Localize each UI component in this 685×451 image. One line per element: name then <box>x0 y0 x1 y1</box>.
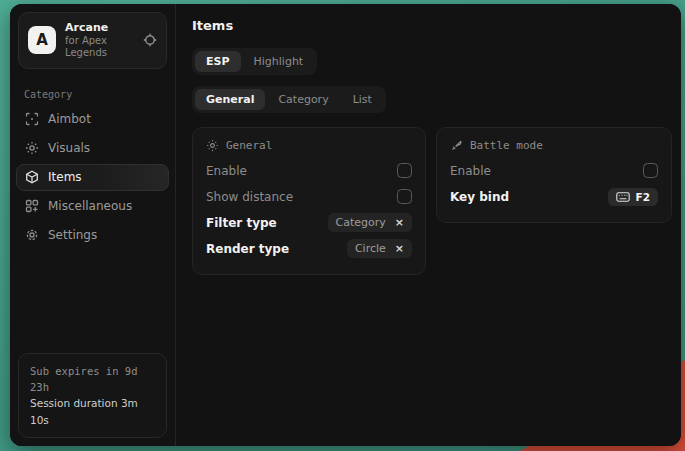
misc-grid-icon <box>25 199 39 213</box>
clear-x-icon[interactable]: × <box>395 217 404 228</box>
keyboard-icon <box>616 192 630 202</box>
app-logo: A <box>28 26 56 54</box>
session-duration-text: Session duration 3m 10s <box>30 395 155 428</box>
clear-x-icon[interactable]: × <box>395 243 404 254</box>
setting-row-show-distance: Show distance <box>206 184 412 209</box>
sidebar: A Arcane for Apex Legends Category <box>10 4 176 446</box>
tab-general[interactable]: General <box>195 89 265 110</box>
setting-row-enable: Enable <box>206 158 412 183</box>
battle-enable-checkbox[interactable] <box>643 163 658 178</box>
sidebar-item-items[interactable]: Items <box>16 164 169 191</box>
sidebar-item-settings[interactable]: Settings <box>16 222 169 249</box>
general-settings-card: General Enable Show distance Filter type… <box>192 127 426 275</box>
battle-mode-card: Battle mode Enable Key bind <box>436 127 672 223</box>
mode-tab-group: ESP Highlight <box>192 48 317 75</box>
app-title: Arcane <box>65 21 134 35</box>
tab-category[interactable]: Category <box>267 89 339 110</box>
aimbot-crosshair-icon <box>25 112 39 126</box>
view-tab-group: General Category List <box>192 86 386 113</box>
key-bind-label: Key bind <box>450 190 509 204</box>
general-card-header: General <box>206 139 412 152</box>
sun-icon <box>206 139 219 152</box>
sidebar-item-visuals[interactable]: Visuals <box>16 135 169 162</box>
visuals-sparkle-icon <box>25 141 39 155</box>
page-title: Items <box>192 18 672 33</box>
session-info-card: Sub expires in 9d 23h Session duration 3… <box>18 353 167 438</box>
sidebar-item-miscellaneous[interactable]: Miscellaneous <box>16 193 169 220</box>
tab-highlight[interactable]: Highlight <box>243 51 315 72</box>
settings-gear-icon <box>25 228 39 242</box>
show-distance-label: Show distance <box>206 190 293 204</box>
main-content: Items ESP Highlight General Category Lis… <box>176 4 681 446</box>
sword-icon <box>450 139 463 152</box>
crosshair-target-icon[interactable] <box>143 33 157 47</box>
setting-row-render-type: Render type Circle × <box>206 236 412 261</box>
tab-list[interactable]: List <box>342 89 383 110</box>
show-distance-checkbox[interactable] <box>397 189 412 204</box>
category-section-label: Category <box>24 89 161 100</box>
render-type-label: Render type <box>206 242 289 256</box>
filter-type-value: Category <box>336 216 386 229</box>
sidebar-nav: Aimbot Visuals Items <box>10 106 175 249</box>
battle-card-title: Battle mode <box>470 139 543 152</box>
tab-esp[interactable]: ESP <box>195 51 241 72</box>
enable-label: Enable <box>206 164 247 178</box>
battle-enable-label: Enable <box>450 164 491 178</box>
render-type-select[interactable]: Circle × <box>347 239 412 258</box>
sub-expires-text: Sub expires in 9d 23h <box>30 363 155 396</box>
sidebar-item-label: Miscellaneous <box>48 199 132 213</box>
filter-type-label: Filter type <box>206 216 277 230</box>
brand-card[interactable]: A Arcane for Apex Legends <box>18 12 167 69</box>
enable-checkbox[interactable] <box>397 163 412 178</box>
setting-row-battle-enable: Enable <box>450 158 658 183</box>
key-bind-button[interactable]: F2 <box>608 188 658 206</box>
setting-row-key-bind: Key bind F2 <box>450 184 658 209</box>
setting-row-filter-type: Filter type Category × <box>206 210 412 235</box>
filter-type-select[interactable]: Category × <box>328 213 412 232</box>
sidebar-item-aimbot[interactable]: Aimbot <box>16 106 169 133</box>
render-type-value: Circle <box>355 242 386 255</box>
app-window: A Arcane for Apex Legends Category <box>10 4 681 446</box>
key-bind-value: F2 <box>636 191 650 203</box>
general-card-title: General <box>226 139 272 152</box>
brand-text: Arcane for Apex Legends <box>65 21 134 60</box>
battle-card-header: Battle mode <box>450 139 658 152</box>
items-cube-icon <box>25 170 39 184</box>
sidebar-item-label: Visuals <box>48 141 90 155</box>
sidebar-item-label: Aimbot <box>48 112 91 126</box>
sidebar-item-label: Items <box>48 170 82 184</box>
app-subtitle: for Apex Legends <box>65 35 134 60</box>
sidebar-item-label: Settings <box>48 228 97 242</box>
